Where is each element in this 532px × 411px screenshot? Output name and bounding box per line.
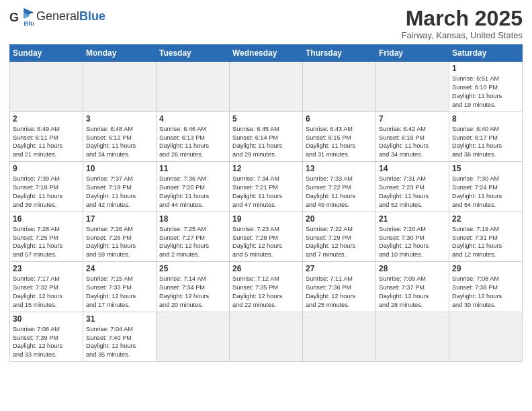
day-number: 17 xyxy=(86,214,153,224)
calendar-cell: 30Sunrise: 7:06 AM Sunset: 7:39 PM Dayli… xyxy=(10,312,83,362)
day-info: Sunrise: 7:30 AM Sunset: 7:24 PM Dayligh… xyxy=(452,175,519,210)
calendar-cell: 22Sunrise: 7:19 AM Sunset: 7:31 PM Dayli… xyxy=(449,212,523,262)
day-number: 4 xyxy=(159,114,226,124)
day-info: Sunrise: 7:14 AM Sunset: 7:34 PM Dayligh… xyxy=(159,275,226,310)
calendar-cell: 5Sunrise: 6:45 AM Sunset: 6:14 PM Daylig… xyxy=(230,111,303,162)
calendar-cell: 21Sunrise: 7:20 AM Sunset: 7:30 PM Dayli… xyxy=(376,212,449,262)
day-number: 16 xyxy=(13,214,80,224)
calendar-cell xyxy=(230,62,303,112)
calendar-cell: 23Sunrise: 7:17 AM Sunset: 7:32 PM Dayli… xyxy=(10,262,83,312)
day-number: 13 xyxy=(306,164,373,173)
day-info: Sunrise: 7:06 AM Sunset: 7:39 PM Dayligh… xyxy=(13,325,80,360)
day-number: 1 xyxy=(452,64,519,73)
day-info: Sunrise: 7:26 AM Sunset: 7:26 PM Dayligh… xyxy=(86,225,153,260)
day-number: 11 xyxy=(159,164,226,173)
calendar-header-friday: Friday xyxy=(376,45,449,62)
day-info: Sunrise: 6:40 AM Sunset: 6:17 PM Dayligh… xyxy=(452,125,519,160)
day-info: Sunrise: 7:34 AM Sunset: 7:21 PM Dayligh… xyxy=(232,175,300,210)
page: G Blue GeneralBlue March 2025 Fairway, K… xyxy=(0,0,532,411)
day-number: 19 xyxy=(232,214,300,224)
day-number: 25 xyxy=(159,264,226,273)
day-info: Sunrise: 6:42 AM Sunset: 6:16 PM Dayligh… xyxy=(379,125,446,160)
day-number: 10 xyxy=(86,164,153,173)
calendar-cell xyxy=(10,62,83,112)
calendar-week-row: 1Sunrise: 6:51 AM Sunset: 6:10 PM Daylig… xyxy=(10,62,523,112)
calendar-cell: 15Sunrise: 7:30 AM Sunset: 7:24 PM Dayli… xyxy=(449,162,523,212)
svg-text:G: G xyxy=(9,11,19,24)
calendar-header-thursday: Thursday xyxy=(303,45,376,62)
day-number: 18 xyxy=(159,214,226,224)
calendar-cell: 7Sunrise: 6:42 AM Sunset: 6:16 PM Daylig… xyxy=(376,111,449,162)
day-number: 14 xyxy=(379,164,446,173)
day-number: 20 xyxy=(306,214,373,224)
calendar-week-row: 23Sunrise: 7:17 AM Sunset: 7:32 PM Dayli… xyxy=(10,262,523,312)
day-info: Sunrise: 7:33 AM Sunset: 7:22 PM Dayligh… xyxy=(306,175,373,210)
day-number: 31 xyxy=(86,314,153,324)
calendar-cell: 13Sunrise: 7:33 AM Sunset: 7:22 PM Dayli… xyxy=(303,162,376,212)
day-info: Sunrise: 7:12 AM Sunset: 7:35 PM Dayligh… xyxy=(232,275,300,310)
day-number: 22 xyxy=(452,214,519,224)
calendar-cell xyxy=(230,312,303,362)
day-info: Sunrise: 7:15 AM Sunset: 7:33 PM Dayligh… xyxy=(86,275,153,310)
calendar-cell: 14Sunrise: 7:31 AM Sunset: 7:23 PM Dayli… xyxy=(376,162,449,212)
calendar-cell: 8Sunrise: 6:40 AM Sunset: 6:17 PM Daylig… xyxy=(449,111,523,162)
day-info: Sunrise: 7:09 AM Sunset: 7:37 PM Dayligh… xyxy=(379,275,446,310)
calendar-cell: 3Sunrise: 6:48 AM Sunset: 6:12 PM Daylig… xyxy=(83,111,157,162)
day-number: 26 xyxy=(232,264,300,273)
calendar-cell: 10Sunrise: 7:37 AM Sunset: 7:19 PM Dayli… xyxy=(83,162,157,212)
calendar-cell xyxy=(303,62,376,112)
day-info: Sunrise: 6:46 AM Sunset: 6:13 PM Dayligh… xyxy=(159,125,226,160)
day-number: 12 xyxy=(232,164,300,173)
svg-text:Blue: Blue xyxy=(24,19,34,27)
calendar-cell: 17Sunrise: 7:26 AM Sunset: 7:26 PM Dayli… xyxy=(83,212,157,262)
day-info: Sunrise: 6:51 AM Sunset: 6:10 PM Dayligh… xyxy=(452,75,519,109)
calendar-cell: 12Sunrise: 7:34 AM Sunset: 7:21 PM Dayli… xyxy=(230,162,303,212)
day-number: 29 xyxy=(452,264,519,273)
day-info: Sunrise: 7:17 AM Sunset: 7:32 PM Dayligh… xyxy=(13,275,80,310)
calendar-cell xyxy=(449,312,523,362)
calendar-cell: 18Sunrise: 7:25 AM Sunset: 7:27 PM Dayli… xyxy=(157,212,230,262)
logo-text: GeneralBlue xyxy=(36,9,105,24)
calendar-header-wednesday: Wednesday xyxy=(230,45,303,62)
subtitle: Fairway, Kansas, United States xyxy=(402,30,523,40)
day-number: 30 xyxy=(13,314,80,324)
calendar-cell xyxy=(303,312,376,362)
calendar-cell xyxy=(83,62,157,112)
day-number: 21 xyxy=(379,214,446,224)
day-info: Sunrise: 6:48 AM Sunset: 6:12 PM Dayligh… xyxy=(86,125,153,160)
day-info: Sunrise: 7:22 AM Sunset: 7:29 PM Dayligh… xyxy=(306,225,373,260)
calendar-cell: 9Sunrise: 7:39 AM Sunset: 7:18 PM Daylig… xyxy=(10,162,83,212)
calendar-header-tuesday: Tuesday xyxy=(157,45,230,62)
day-info: Sunrise: 7:31 AM Sunset: 7:23 PM Dayligh… xyxy=(379,175,446,210)
day-number: 3 xyxy=(86,114,153,124)
calendar-cell: 29Sunrise: 7:08 AM Sunset: 7:38 PM Dayli… xyxy=(449,262,523,312)
calendar-week-row: 30Sunrise: 7:06 AM Sunset: 7:39 PM Dayli… xyxy=(10,312,523,362)
calendar-cell xyxy=(376,62,449,112)
day-number: 28 xyxy=(379,264,446,273)
calendar: SundayMondayTuesdayWednesdayThursdayFrid… xyxy=(9,44,523,362)
calendar-cell: 19Sunrise: 7:23 AM Sunset: 7:28 PM Dayli… xyxy=(230,212,303,262)
day-info: Sunrise: 7:37 AM Sunset: 7:19 PM Dayligh… xyxy=(86,175,153,210)
day-number: 7 xyxy=(379,114,446,124)
calendar-header-row: SundayMondayTuesdayWednesdayThursdayFrid… xyxy=(10,45,523,62)
day-info: Sunrise: 6:49 AM Sunset: 6:11 PM Dayligh… xyxy=(13,125,80,160)
calendar-cell: 28Sunrise: 7:09 AM Sunset: 7:37 PM Dayli… xyxy=(376,262,449,312)
day-number: 9 xyxy=(13,164,80,173)
calendar-cell: 27Sunrise: 7:11 AM Sunset: 7:36 PM Dayli… xyxy=(303,262,376,312)
calendar-cell: 2Sunrise: 6:49 AM Sunset: 6:11 PM Daylig… xyxy=(10,111,83,162)
day-number: 15 xyxy=(452,164,519,173)
calendar-cell: 6Sunrise: 6:43 AM Sunset: 6:15 PM Daylig… xyxy=(303,111,376,162)
calendar-cell: 11Sunrise: 7:36 AM Sunset: 7:20 PM Dayli… xyxy=(157,162,230,212)
calendar-cell: 31Sunrise: 7:04 AM Sunset: 7:40 PM Dayli… xyxy=(83,312,157,362)
calendar-header-saturday: Saturday xyxy=(449,45,523,62)
logo: G Blue GeneralBlue xyxy=(9,7,105,27)
day-info: Sunrise: 6:43 AM Sunset: 6:15 PM Dayligh… xyxy=(306,125,373,160)
header: G Blue GeneralBlue March 2025 Fairway, K… xyxy=(9,7,523,40)
day-info: Sunrise: 7:23 AM Sunset: 7:28 PM Dayligh… xyxy=(232,225,300,260)
day-number: 2 xyxy=(13,114,80,124)
calendar-cell: 20Sunrise: 7:22 AM Sunset: 7:29 PM Dayli… xyxy=(303,212,376,262)
calendar-cell: 24Sunrise: 7:15 AM Sunset: 7:33 PM Dayli… xyxy=(83,262,157,312)
calendar-cell: 16Sunrise: 7:28 AM Sunset: 7:25 PM Dayli… xyxy=(10,212,83,262)
title-block: March 2025 Fairway, Kansas, United State… xyxy=(402,7,523,40)
calendar-cell xyxy=(157,312,230,362)
